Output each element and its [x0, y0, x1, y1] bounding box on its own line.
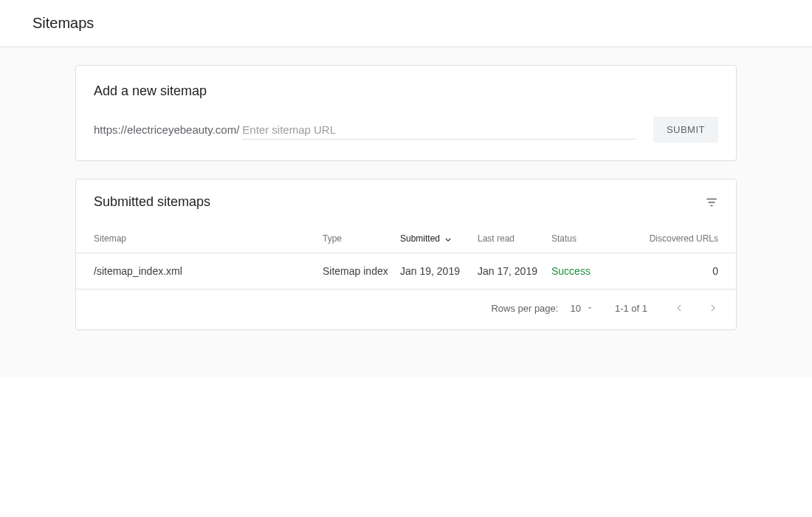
- cell-sitemap: /sitemap_index.xml: [94, 265, 323, 277]
- page-title: Sitemaps: [0, 0, 812, 47]
- table-footer: Rows per page: 10 1-1 of 1: [76, 290, 736, 329]
- cell-lastread: Jan 17, 2019: [478, 265, 551, 277]
- col-header-lastread[interactable]: Last read: [478, 233, 551, 244]
- cell-submitted: Jan 19, 2019: [400, 265, 478, 277]
- add-sitemap-title: Add a new sitemap: [94, 83, 718, 99]
- url-prefix: https://electriceyebeauty.com/: [94, 123, 239, 136]
- prev-page-button[interactable]: [668, 297, 690, 319]
- pagination-range: 1-1 of 1: [615, 303, 647, 314]
- add-sitemap-card: Add a new sitemap https://electriceyebea…: [75, 65, 737, 161]
- content-area: Add a new sitemap https://electriceyebea…: [0, 47, 812, 377]
- col-header-sitemap[interactable]: Sitemap: [94, 233, 323, 244]
- col-header-submitted-label: Submitted: [400, 233, 440, 244]
- next-page-button[interactable]: [702, 297, 724, 319]
- col-header-type[interactable]: Type: [323, 233, 400, 244]
- col-header-urls[interactable]: Discovered URLs: [636, 233, 718, 244]
- rows-per-page-label: Rows per page:: [491, 303, 558, 314]
- col-header-status[interactable]: Status: [551, 233, 636, 244]
- submitted-sitemaps-title: Submitted sitemaps: [94, 194, 210, 210]
- sitemap-url-input[interactable]: [242, 120, 636, 140]
- submitted-sitemaps-card: Submitted sitemaps Sitemap Type Submitte…: [75, 179, 737, 330]
- filter-icon[interactable]: [705, 196, 718, 209]
- dropdown-caret-icon: [585, 304, 594, 312]
- table-header: Sitemap Type Submitted Last read Status …: [76, 222, 736, 253]
- cell-urls: 0: [636, 265, 718, 277]
- arrow-down-icon: [443, 233, 453, 244]
- rows-per-page-select[interactable]: 10: [570, 303, 593, 314]
- submit-button[interactable]: SUBMIT: [653, 117, 718, 143]
- cell-type: Sitemap index: [323, 265, 400, 277]
- col-header-submitted[interactable]: Submitted: [400, 233, 478, 244]
- rows-per-page-value: 10: [570, 303, 580, 314]
- cell-status: Success: [551, 265, 636, 277]
- table-row[interactable]: /sitemap_index.xml Sitemap index Jan 19,…: [76, 253, 736, 290]
